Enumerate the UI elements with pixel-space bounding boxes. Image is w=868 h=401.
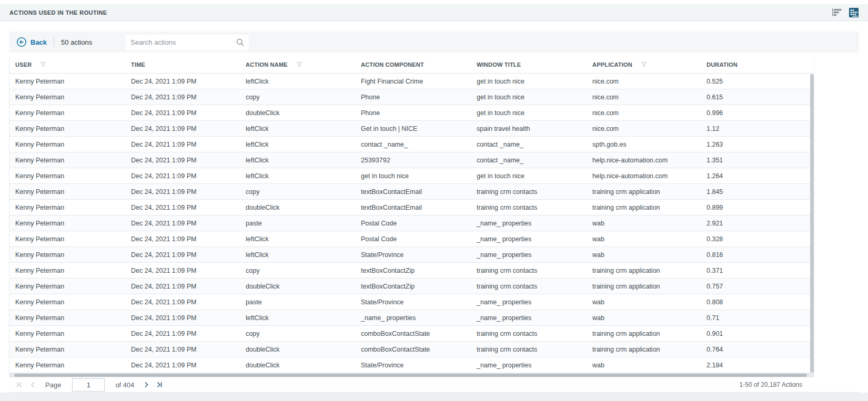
cell-time: Dec 24, 2021 1:09 PM	[125, 346, 240, 353]
cell-application: wab	[587, 235, 701, 243]
cell-time: Dec 24, 2021 1:09 PM	[125, 188, 240, 196]
table-row[interactable]: Kenny Peterman Dec 24, 2021 1:09 PM left…	[9, 137, 814, 152]
cell-action-name: paste	[240, 299, 355, 306]
cell-action-name: doubleClick	[240, 204, 355, 211]
page-number-input[interactable]	[72, 378, 105, 392]
cell-window-title: get in touch nice	[471, 94, 587, 101]
cell-user: Kenny Peterman	[9, 346, 125, 353]
cell-action-component: textBoxContactZip	[355, 267, 471, 274]
cell-application: nice.com	[587, 109, 701, 117]
cell-action-component: _name_ properties	[355, 314, 471, 322]
first-page-button[interactable]	[16, 381, 23, 388]
cell-action-name: copy	[240, 330, 355, 337]
cell-duration: 0.525	[701, 78, 814, 85]
next-page-button[interactable]	[143, 381, 150, 388]
bar-chart-view-icon[interactable]	[832, 8, 842, 16]
bottom-strip	[0, 393, 868, 401]
actions-count-label: 50 actions	[61, 38, 92, 46]
table-row[interactable]: Kenny Peterman Dec 24, 2021 1:09 PM copy…	[9, 184, 814, 200]
cell-window-title: get in touch nice	[471, 109, 587, 117]
cell-window-title: spain travel health	[471, 125, 587, 132]
cell-application: help.nice-automation.com	[587, 157, 701, 164]
table-row[interactable]: Kenny Peterman Dec 24, 2021 1:09 PM doub…	[9, 357, 814, 373]
search-icon[interactable]	[236, 38, 244, 46]
cell-action-component: contact _name_	[355, 141, 471, 148]
last-page-button[interactable]	[156, 381, 163, 388]
table-row[interactable]: Kenny Peterman Dec 24, 2021 1:09 PM doub…	[9, 279, 814, 294]
column-header-time: TIME	[125, 61, 240, 68]
cell-action-name: copy	[240, 188, 355, 196]
table-header-row: USER TIME ACTION NAME ACTION COMPONENT	[9, 56, 814, 74]
cell-action-component: State/Province	[355, 362, 471, 369]
cell-user: Kenny Peterman	[9, 314, 125, 322]
back-button[interactable]: Back	[16, 37, 47, 47]
table-row[interactable]: Kenny Peterman Dec 24, 2021 1:09 PM left…	[9, 168, 814, 184]
cell-duration: 0.901	[701, 330, 814, 337]
cell-user: Kenny Peterman	[9, 188, 125, 196]
top-strip	[0, 0, 868, 4]
back-arrow-icon	[16, 37, 27, 47]
table-row[interactable]: Kenny Peterman Dec 24, 2021 1:09 PM copy…	[9, 263, 814, 279]
filter-icon[interactable]	[296, 61, 302, 68]
table-row[interactable]: Kenny Peterman Dec 24, 2021 1:09 PM left…	[9, 247, 814, 263]
vertical-scrollbar[interactable]	[810, 74, 814, 373]
cell-action-name: doubleClick	[240, 109, 355, 117]
cell-duration: 0.757	[701, 283, 814, 290]
cell-time: Dec 24, 2021 1:09 PM	[125, 172, 240, 180]
table-row[interactable]: Kenny Peterman Dec 24, 2021 1:09 PM past…	[9, 215, 814, 231]
cell-action-component: Postal Code	[355, 235, 471, 243]
cell-duration: 0.615	[701, 94, 814, 101]
vertical-scrollbar-thumb[interactable]	[810, 74, 814, 373]
table-row[interactable]: Kenny Peterman Dec 24, 2021 1:09 PM left…	[9, 74, 814, 89]
table-row[interactable]: Kenny Peterman Dec 24, 2021 1:09 PM doub…	[9, 342, 814, 357]
previous-page-button[interactable]	[29, 381, 36, 388]
table-row[interactable]: Kenny Peterman Dec 24, 2021 1:09 PM past…	[9, 294, 814, 310]
table-row[interactable]: Kenny Peterman Dec 24, 2021 1:09 PM copy…	[9, 89, 814, 105]
cell-window-title: get in touch nice	[471, 172, 587, 180]
table-row[interactable]: Kenny Peterman Dec 24, 2021 1:09 PM left…	[9, 310, 814, 326]
panel-title-bar: ACTIONS USED IN THE ROUTINE	[0, 4, 868, 21]
cell-user: Kenny Peterman	[9, 330, 125, 337]
horizontal-scrollbar[interactable]	[9, 373, 814, 377]
cell-action-name: leftClick	[240, 141, 355, 148]
toolbar-divider	[54, 37, 54, 47]
table-row[interactable]: Kenny Peterman Dec 24, 2021 1:09 PM doub…	[9, 200, 814, 215]
cell-user: Kenny Peterman	[9, 204, 125, 211]
cell-time: Dec 24, 2021 1:09 PM	[125, 362, 240, 369]
cell-application: spth.gob.es	[587, 141, 701, 148]
table-row[interactable]: Kenny Peterman Dec 24, 2021 1:09 PM left…	[9, 152, 814, 168]
cell-window-title: _name_ properties	[471, 251, 587, 259]
cell-user: Kenny Peterman	[9, 235, 125, 243]
table-row[interactable]: Kenny Peterman Dec 24, 2021 1:09 PM copy…	[9, 326, 814, 342]
cell-application: training crm application	[587, 283, 701, 290]
cell-action-name: leftClick	[240, 125, 355, 132]
table-row[interactable]: Kenny Peterman Dec 24, 2021 1:09 PM left…	[9, 231, 814, 247]
column-header-application: APPLICATION	[587, 61, 701, 68]
table-row[interactable]: Kenny Peterman Dec 24, 2021 1:09 PM doub…	[9, 105, 814, 121]
back-label: Back	[31, 38, 47, 46]
cell-duration: 1.845	[701, 188, 814, 196]
cell-action-name: leftClick	[240, 235, 355, 243]
cell-application: training crm application	[587, 346, 701, 353]
table-view-icon[interactable]	[849, 8, 859, 17]
cell-time: Dec 24, 2021 1:09 PM	[125, 78, 240, 85]
cell-time: Dec 24, 2021 1:09 PM	[125, 220, 240, 227]
search-input[interactable]	[130, 38, 236, 46]
cell-duration: 0.808	[701, 299, 814, 306]
cell-application: wab	[587, 220, 701, 227]
results-range-label: 1-50 of 20,187 Actions	[740, 381, 802, 388]
cell-action-component: 25393792	[355, 157, 471, 164]
cell-action-component: State/Province	[355, 251, 471, 259]
cell-window-title: _name_ properties	[471, 299, 587, 306]
pagination-bar: Page of 404 1-50 of 20,187 Actions	[9, 377, 859, 393]
filter-icon[interactable]	[40, 61, 46, 68]
table-row[interactable]: Kenny Peterman Dec 24, 2021 1:09 PM left…	[9, 121, 814, 137]
filter-icon[interactable]	[641, 61, 647, 68]
cell-window-title: _name_ properties	[471, 235, 587, 243]
column-header-window-title: WINDOW TITLE	[471, 61, 587, 68]
cell-window-title: training crm contacts	[471, 188, 587, 196]
cell-user: Kenny Peterman	[9, 220, 125, 227]
column-header-action-component: ACTION COMPONENT	[355, 61, 471, 68]
horizontal-scrollbar-thumb[interactable]	[14, 374, 807, 377]
cell-action-component: get in touch nice	[355, 172, 471, 180]
